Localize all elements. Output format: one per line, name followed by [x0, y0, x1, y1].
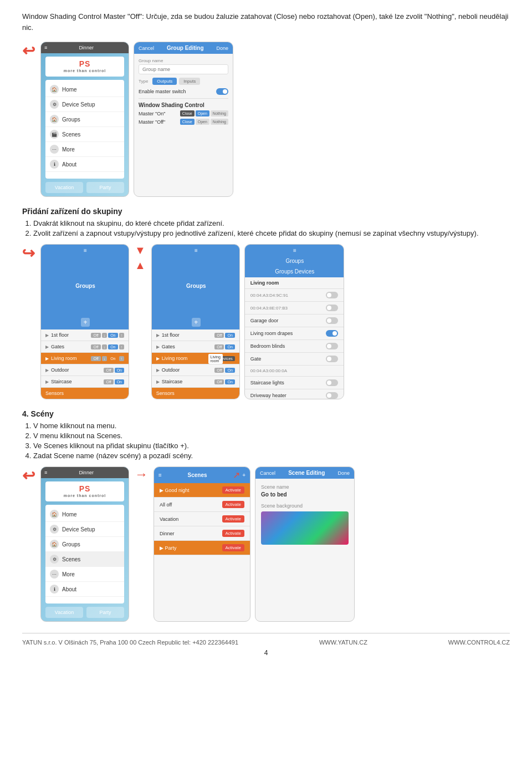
btn-on-staircase[interactable]: On [115, 379, 124, 384]
party-btn-2[interactable]: Party [86, 607, 124, 618]
device-row-mac3[interactable]: 00:04:A3:00:00:0A [245, 366, 344, 377]
menu-item-about[interactable]: ℹ About [45, 157, 124, 172]
activate-vacation[interactable]: Activate [222, 515, 244, 523]
device-row-blinds[interactable]: Bedroom blinds [245, 340, 344, 353]
menu-item-more[interactable]: ⋯ More [45, 142, 124, 157]
toggle-gate[interactable] [326, 356, 338, 362]
btn-off-outdoor-2[interactable]: Off [214, 368, 224, 373]
group-row-staircase-2[interactable]: ▶ Staircase Off On [152, 376, 239, 388]
btn-on-1st-2[interactable]: On [225, 333, 234, 338]
group-row-gates[interactable]: ▶ Gates Off ↓ On ↑ [41, 341, 129, 353]
master-off-close[interactable]: Close [180, 119, 195, 125]
enable-master-toggle[interactable] [216, 88, 228, 95]
btn-up-living[interactable]: ↑ [119, 356, 125, 361]
wsc-done[interactable]: Done [216, 45, 228, 51]
scene-row-party[interactable]: ▶ Party Activate [154, 541, 250, 555]
device-row-garage[interactable]: Garage door [245, 315, 344, 327]
master-off-open[interactable]: Open [196, 119, 209, 125]
group-name-input[interactable] [139, 64, 228, 74]
btn-on-staircase-2[interactable]: On [225, 379, 234, 384]
master-on-nothing[interactable]: Nothing [211, 110, 228, 116]
toggle-drapes[interactable] [326, 330, 338, 337]
group-row-staircase[interactable]: ▶ Staircase Off On [41, 376, 129, 388]
btn-off-outdoor[interactable]: Off [104, 368, 113, 373]
toggle-mac-2[interactable] [326, 305, 338, 311]
vacation-btn-2[interactable]: Vacation [45, 607, 83, 618]
scene-bg-preview[interactable] [261, 511, 349, 545]
master-on-close[interactable]: Close [180, 110, 195, 116]
device-mac-1: 00:04:A3:D4:9C:91 [250, 293, 288, 298]
btn-off-staircase[interactable]: Off [104, 379, 113, 384]
toggle-blinds[interactable] [326, 343, 338, 349]
outputs-btn[interactable]: Outputs [152, 78, 177, 85]
scene-edit-done[interactable]: Done [337, 470, 350, 476]
scene-row-dinner[interactable]: Dinner Activate [154, 526, 250, 541]
sensors-row[interactable]: Sensors [41, 388, 129, 399]
activate-dinner[interactable]: Activate [222, 530, 244, 537]
group-row-1st-floor[interactable]: ▶ 1st floor Off ↓ On ↑ [41, 329, 129, 341]
btn-on-gates[interactable]: On [108, 344, 117, 349]
group-row-1st-floor-2[interactable]: ▶ 1st floor Off On [152, 329, 239, 341]
device-row-staircase-lights[interactable]: Staircase lights [245, 377, 344, 389]
groups-plus-btn-1[interactable]: + [81, 318, 90, 327]
menu-item-devicesetup[interactable]: ⚙ Device Setup [45, 97, 124, 112]
group-row-living-2[interactable]: ▶ Living room Livingroom Devices [152, 353, 239, 364]
menu2-item-groups[interactable]: 🏠 Groups [45, 537, 124, 552]
menu2-item-home[interactable]: 🏠 Home [45, 507, 124, 522]
activate-party[interactable]: Activate [222, 544, 244, 551]
menu-item-groups[interactable]: 🏠 Groups [45, 112, 124, 127]
scenes-plus[interactable]: + [242, 472, 245, 478]
group-row-gates-2[interactable]: ▶ Gates Off On [152, 341, 239, 353]
menu2-item-about[interactable]: ℹ About [45, 582, 124, 597]
group-row-living-room[interactable]: ▶ Living room Off ↓ On ↑ [41, 353, 129, 364]
wsc-cancel[interactable]: Cancel [139, 45, 154, 51]
toggle-staircase-lights[interactable] [326, 379, 338, 386]
master-off-nothing[interactable]: Nothing [211, 119, 228, 125]
btn-off-staircase-2[interactable]: Off [214, 379, 224, 384]
btn-off-1st[interactable]: Off [91, 333, 100, 338]
btn-up-1st[interactable]: ↑ [119, 333, 125, 338]
menu-item-scenes[interactable]: 🎬 Scenes [45, 127, 124, 142]
btn-down-gates[interactable]: ↓ [102, 344, 108, 349]
menu2-item-devicesetup[interactable]: ⚙ Device Setup [45, 522, 124, 537]
btn-down-living[interactable]: ↓ [102, 356, 108, 361]
group-row-outdoor-2[interactable]: ▶ Outdoor Off On [152, 364, 239, 376]
activate-goodnight[interactable]: Activate [222, 486, 244, 494]
btn-off-living[interactable]: Off [91, 356, 100, 361]
btn-off-gates[interactable]: Off [91, 344, 100, 349]
toggle-garage[interactable] [326, 317, 338, 324]
menu2-item-more[interactable]: ⋯ More [45, 567, 124, 582]
btn-up-gates[interactable]: ↑ [119, 344, 125, 349]
device-row-gate[interactable]: Gate [245, 353, 344, 366]
btn-off-gates-2[interactable]: Off [214, 344, 224, 349]
scene-edit-cancel[interactable]: Cancel [260, 470, 275, 476]
device-row-mac2[interactable]: 00:04:A3:8E:07:B3 [245, 302, 344, 315]
activate-alloff[interactable]: Activate [222, 501, 244, 508]
btn-off-1st-2[interactable]: Off [214, 333, 224, 338]
btn-down-1st[interactable]: ↓ [102, 333, 108, 338]
scene-row-vacation[interactable]: Vacation Activate [154, 512, 250, 526]
inputs-btn[interactable]: Inputs [179, 78, 200, 85]
device-row-drapes[interactable]: Living room drapes [245, 327, 344, 340]
party-btn[interactable]: Party [86, 182, 124, 193]
btn-on-1st[interactable]: On [108, 333, 117, 338]
sensors-row-2[interactable]: Sensors [152, 388, 239, 399]
btn-on-outdoor[interactable]: On [115, 368, 124, 373]
btn-on-outdoor-2[interactable]: On [225, 368, 234, 373]
btn-on-living[interactable]: On [108, 356, 117, 361]
btn-on-gates-2[interactable]: On [225, 344, 234, 349]
scene-row-alloff[interactable]: All off Activate [154, 498, 250, 512]
menu2-item-scenes[interactable]: ⚙ Scenes [45, 552, 124, 567]
toggle-driveway[interactable] [326, 392, 338, 399]
menu-item-home[interactable]: 🏠 Home [45, 82, 124, 97]
toggle-mac-1[interactable] [326, 292, 338, 298]
group-row-outdoor[interactable]: ▶ Outdoor Off On [41, 364, 129, 376]
groups-plus-btn-2[interactable]: + [192, 318, 201, 327]
menu2-about-label: About [62, 586, 76, 592]
scene-row-goodnight[interactable]: ▶ Good night Activate [154, 483, 250, 498]
footer-center: WWW.YATUN.CZ [319, 639, 367, 646]
device-row-mac1[interactable]: 00:04:A3:D4:9C:91 [245, 289, 344, 302]
device-row-driveway[interactable]: Driveway heater [245, 389, 344, 399]
master-on-open[interactable]: Open [196, 110, 209, 116]
vacation-btn[interactable]: Vacation [45, 182, 83, 193]
